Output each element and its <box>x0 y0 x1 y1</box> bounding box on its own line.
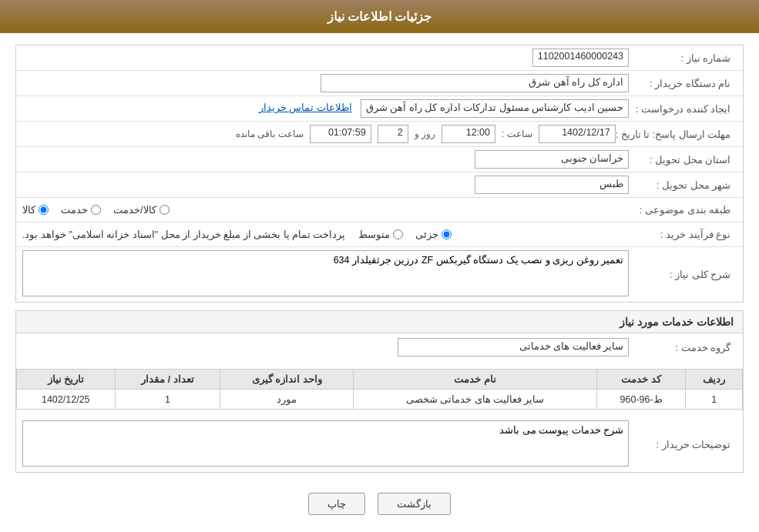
col-tarikh: تاریخ نیاز <box>17 370 116 390</box>
service-table: ردیف کد خدمت نام خدمت واحد اندازه گیری ت… <box>16 369 743 410</box>
col-kod-khedmat: کد خدمت <box>596 370 686 390</box>
ettelaat-tamas-link[interactable]: اطلاعات تماس خریدار <box>259 102 352 113</box>
tozihat-textarea[interactable] <box>22 420 629 467</box>
group-service-value: سایر فعالیت های خدماتی <box>398 338 629 356</box>
nam-dastgah-row: نام دستگاه خریدار : اداره کل راه آهن شرق <box>16 71 743 96</box>
cell-tedad: 1 <box>115 390 220 410</box>
group-service-label: گروه خدمت : <box>629 342 737 353</box>
jozee-label: جزئی <box>415 229 438 240</box>
col-nam-khedmat: نام خدمت <box>354 370 596 390</box>
tozihat-label: توضیحات خریدار : <box>629 439 737 450</box>
saat-baqi-label: ساعت باقی مانده <box>236 129 304 139</box>
khedmat-radio[interactable] <box>91 205 101 215</box>
tabe-bandi-radio-group: کالا/خدمت خدمت کالا <box>22 204 629 216</box>
date-value: 1402/12/17 <box>539 125 616 143</box>
date-time-row: 1402/12/17 ساعت : 12:00 روز و 2 01:07:59… <box>22 125 616 143</box>
shahr-row: شهر محل تحویل : طبس <box>16 172 743 198</box>
main-form-section: شماره نیاز : 1102001460000243 نام دستگاه… <box>15 45 744 303</box>
service-table-section: ردیف کد خدمت نام خدمت واحد اندازه گیری ت… <box>16 369 743 410</box>
shahr-value: طبس <box>475 176 629 194</box>
nam-dastgah-value-cell: اداره کل راه آهن شرق <box>22 74 629 92</box>
mohlet-ersal-row: مهلت ارسال پاسخ: تا تاریخ : 1402/12/17 س… <box>16 122 743 147</box>
cell-tarikh: 1402/12/25 <box>17 390 116 410</box>
ostan-row: استان محل تحویل : خراسان جنوبی <box>16 147 743 172</box>
cell-radif: 1 <box>686 390 743 410</box>
ijad-konande-label: ایجاد کننده درخواست : <box>629 103 737 115</box>
cell-vahed: مورد <box>220 390 354 410</box>
motavaset-item: متوسط <box>358 229 403 240</box>
cell-nam-khedmat: سایر فعالیت های خدماتی شخصی <box>354 390 596 410</box>
kala-radio[interactable] <box>39 205 49 215</box>
mohlet-ersal-value-cell: 1402/12/17 ساعت : 12:00 روز و 2 01:07:59… <box>22 125 616 143</box>
ijad-konande-value: حسین ادیب کارشناس مسئول تدارکات اداره کل… <box>361 99 629 118</box>
noe-farayand-label: نوع فرآیند خرید : <box>629 229 737 240</box>
shahr-value-cell: طبس <box>22 176 629 194</box>
cell-kod-khedmat: ط-96-960 <box>596 390 686 410</box>
page-container: جزئیات اطلاعات نیاز شماره نیاز : 1102001… <box>0 0 759 532</box>
kala-khedmat-label: کالا/خدمت <box>113 204 156 216</box>
ostan-value-cell: خراسان جنوبی <box>22 150 629 169</box>
shomara-niaz-value-cell: 1102001460000243 <box>22 49 629 67</box>
kala-item: کالا <box>22 204 49 216</box>
shomara-niaz-row: شماره نیاز : 1102001460000243 <box>16 45 743 71</box>
kala-label: کالا <box>22 204 35 216</box>
nam-dastgah-value: اداره کل راه آهن شرق <box>321 74 629 92</box>
kala-khedmat-item: کالا/خدمت <box>113 204 170 216</box>
col-vahed: واحد اندازه گیری <box>220 370 354 390</box>
saat-label: ساعت : <box>502 129 532 139</box>
buttons-row: بازگشت چاپ <box>15 480 744 527</box>
jozee-radio[interactable] <box>442 229 452 239</box>
noe-farayand-row: نوع فرآیند خرید : پرداخت تمام یا بخشی از… <box>16 223 743 247</box>
ostan-label: استان محل تحویل : <box>629 154 737 166</box>
sharh-koli-value-cell <box>22 250 629 299</box>
group-service-row: گروه خدمت : سایر فعالیت های خدماتی <box>16 333 743 361</box>
jozee-item: جزئی <box>415 229 452 240</box>
description-text: پرداخت تمام یا بخشی از مبلغ خریدار از مح… <box>22 229 346 240</box>
table-row: 1 ط-96-960 سایر فعالیت های خدماتی شخصی م… <box>17 390 743 410</box>
sharh-koli-textarea[interactable] <box>22 250 629 296</box>
ijad-konande-value-cell: حسین ادیب کارشناس مسئول تدارکات اداره کل… <box>22 99 629 118</box>
rooz-value: 2 <box>378 125 408 143</box>
saat-baqi-value: 01:07:59 <box>310 125 371 143</box>
shahr-label: شهر محل تحویل : <box>629 179 737 191</box>
tabe-bandi-value-cell: کالا/خدمت خدمت کالا <box>22 204 629 216</box>
content-area: شماره نیاز : 1102001460000243 نام دستگاه… <box>0 33 759 532</box>
saat-value: 12:00 <box>442 125 495 143</box>
tozihat-row: توضیحات خریدار : <box>16 417 743 472</box>
col-radif: ردیف <box>686 370 743 390</box>
ijad-konande-row: ایجاد کننده درخواست : حسین ادیب کارشناس … <box>16 96 743 122</box>
khedmat-label: خدمت <box>61 204 88 216</box>
khedmat-item: خدمت <box>61 204 101 216</box>
motavaset-label: متوسط <box>358 229 390 240</box>
page-header: جزئیات اطلاعات نیاز <box>0 0 759 33</box>
bazgasht-button[interactable]: بازگشت <box>378 493 451 515</box>
nam-dastgah-label: نام دستگاه خریدار : <box>629 78 737 89</box>
sharh-koli-row: شرح کلی نیاز : <box>16 247 743 302</box>
service-section-title: اطلاعات خدمات مورد نیاز <box>16 311 743 333</box>
tabe-bandi-label: طبقه بندی موضوعی : <box>629 204 737 216</box>
page-title: جزئیات اطلاعات نیاز <box>327 10 432 23</box>
col-tedad: تعداد / مقدار <box>115 370 220 390</box>
sharh-koli-label: شرح کلی نیاز : <box>629 269 737 280</box>
shomara-niaz-label: شماره نیاز : <box>629 52 737 64</box>
tozihat-value-cell <box>22 420 629 469</box>
table-header-row: ردیف کد خدمت نام خدمت واحد اندازه گیری ت… <box>17 370 743 390</box>
motavaset-radio[interactable] <box>393 229 403 239</box>
ostan-value: خراسان جنوبی <box>475 150 629 169</box>
shomara-niaz-value: 1102001460000243 <box>532 49 629 67</box>
tabe-bandi-row: طبقه بندی موضوعی : کالا/خدمت خدمت <box>16 198 743 223</box>
chap-button[interactable]: چاپ <box>308 493 365 515</box>
noe-farayand-value-cell: پرداخت تمام یا بخشی از مبلغ خریدار از مح… <box>22 229 629 240</box>
kala-khedmat-radio[interactable] <box>160 205 170 215</box>
mohlet-ersal-label: مهلت ارسال پاسخ: تا تاریخ : <box>616 129 737 140</box>
process-radio-group: پرداخت تمام یا بخشی از مبلغ خریدار از مح… <box>22 229 629 240</box>
rooz-unit: روز و <box>415 129 435 139</box>
service-section: اطلاعات خدمات مورد نیاز گروه خدمت : سایر… <box>15 310 744 473</box>
